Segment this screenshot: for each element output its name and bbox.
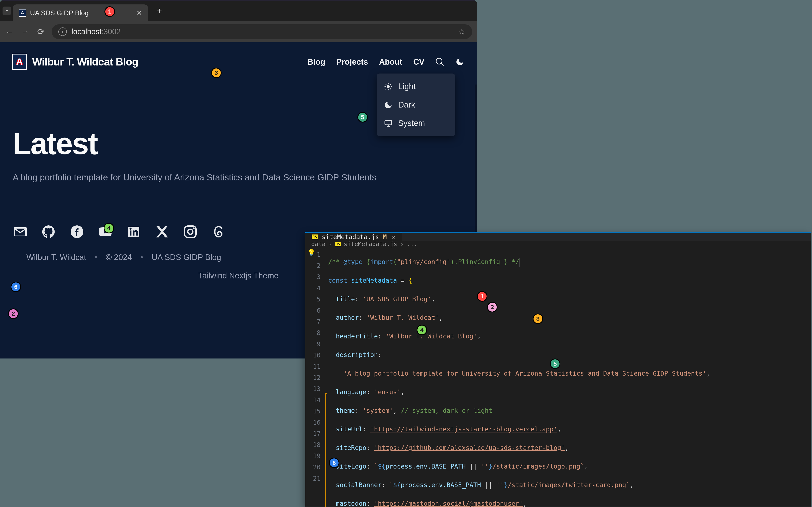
breadcrumb-file[interactable]: siteMetadata.js [344,241,397,247]
x-icon [154,224,169,239]
site-header: Wilbur T. Wildcat Blog Blog Projects Abo… [13,55,464,69]
js-file-icon: JS [312,234,318,239]
editor-breadcrumbs[interactable]: data › JS siteMetadata.js › ... [305,241,811,247]
svg-rect-9 [385,120,392,125]
annotation-badge-4: 4 [417,325,427,335]
tab-list-expand-button[interactable] [3,7,11,15]
site-title[interactable]: Wilbur T. Wildcat Blog [32,56,138,68]
line-number: 13 [305,383,324,394]
theme-option-system[interactable]: System [376,114,455,132]
annotation-badge-3: 3 [211,68,221,78]
svg-line-5 [386,83,386,84]
line-gutter: 123456789101112131415161718192021 [305,247,324,507]
nav-cv[interactable]: CV [413,57,424,66]
bookmark-star-icon[interactable]: ☆ [458,27,465,36]
line-number: 18 [305,439,324,450]
moon-icon [384,101,393,109]
line-number: 16 [305,417,324,428]
favicon: A [18,9,26,17]
line-number: 4 [305,282,324,294]
line-number: 6 [305,305,324,316]
line-number: 21 [305,473,324,484]
reload-button[interactable]: ⟳ [36,27,46,37]
forward-button[interactable]: → [20,27,30,37]
editor-tab-bar: JS siteMetadata.js M ✕ [305,233,811,241]
social-linkedin[interactable] [126,224,141,240]
chevron-right-icon: › [328,241,332,247]
editor-tab-filename: siteMetadata.js [322,233,379,241]
annotation-badge-5: 5 [357,112,368,122]
social-github[interactable] [41,224,56,240]
line-number: 17 [305,428,324,439]
facebook-icon [69,224,85,239]
monitor-icon [384,119,393,128]
threads-icon [211,224,226,239]
annotation-badge-6: 6 [11,282,21,292]
social-instagram[interactable] [183,224,198,240]
svg-point-14 [193,227,195,229]
theme-toggle-button[interactable] [455,57,464,66]
annotation-badge-5: 5 [550,358,560,369]
nav-about[interactable]: About [379,57,402,66]
site-info-icon[interactable]: i [58,27,67,36]
annotation-badge-1: 1 [477,291,488,302]
nav-blog[interactable]: Blog [307,57,325,66]
site-logo[interactable] [13,55,26,69]
sun-icon [384,82,393,91]
social-facebook[interactable] [69,224,85,240]
line-number: 14 [305,394,324,406]
footer-sep: • [95,253,97,262]
editor-tab-close-button[interactable]: ✕ [392,233,395,240]
page-description: A blog portfolio template for University… [13,171,438,184]
line-number: 20 [305,462,324,473]
line-number: 10 [305,350,324,361]
nav-links: Blog Projects About CV [307,57,464,66]
search-button[interactable] [436,57,444,66]
editor-tab[interactable]: JS siteMetadata.js M ✕ [305,233,402,241]
annotation-badge-6: 6 [329,458,339,468]
theme-option-light[interactable]: Light [376,77,455,96]
svg-line-7 [386,89,386,89]
line-number: 2 [305,260,324,271]
github-icon [41,224,56,239]
social-mail[interactable] [13,224,28,240]
code-content[interactable]: /** @type {import("pliny/config").PlinyC… [328,247,811,507]
social-x[interactable] [154,224,169,240]
browser-toolbar: ← → ⟳ i localhost:3002 ☆ [0,21,477,42]
browser-tab[interactable]: A UA SDS GIDP Blog ✕ [13,4,148,21]
code-editor: JS siteMetadata.js M ✕ data › JS siteMet… [305,232,811,507]
breadcrumb-dir[interactable]: data [311,241,325,247]
footer-copyright: © 2024 [106,253,132,262]
new-tab-button[interactable]: + [154,5,165,17]
breadcrumb-ellipsis[interactable]: ... [407,241,417,247]
footer-sep: • [140,253,143,262]
annotation-badge-2: 2 [8,308,18,319]
svg-line-8 [390,83,391,84]
theme-option-light-label: Light [398,82,415,91]
social-threads[interactable] [211,224,226,240]
line-number: 7 [305,316,324,327]
theme-option-dark[interactable]: Dark [376,96,455,114]
tab-close-button[interactable]: ✕ [136,9,142,17]
mail-icon [13,224,28,239]
instagram-icon [183,224,198,239]
nav-projects[interactable]: Projects [337,57,368,66]
line-number: 15 [305,406,324,417]
annotation-badge-2: 2 [487,302,498,313]
address-bar[interactable]: i localhost:3002 ☆ [52,24,472,39]
moon-icon [455,57,464,66]
footer-site-name: UA SDS GIDP Blog [152,253,221,262]
line-number: 19 [305,450,324,462]
svg-point-0 [387,85,390,88]
theme-option-dark-label: Dark [398,100,415,109]
editor-tab-modified-indicator: M [383,233,387,241]
editor-body[interactable]: 💡 123456789101112131415161718192021 /** … [305,247,811,507]
svg-point-13 [188,229,193,234]
line-number: 3 [305,271,324,282]
line-number: 12 [305,372,324,383]
back-button[interactable]: ← [5,27,14,37]
js-file-icon: JS [335,242,341,246]
theme-option-system-label: System [398,119,425,128]
lightbulb-icon[interactable]: 💡 [307,249,315,256]
svg-line-6 [390,89,391,89]
